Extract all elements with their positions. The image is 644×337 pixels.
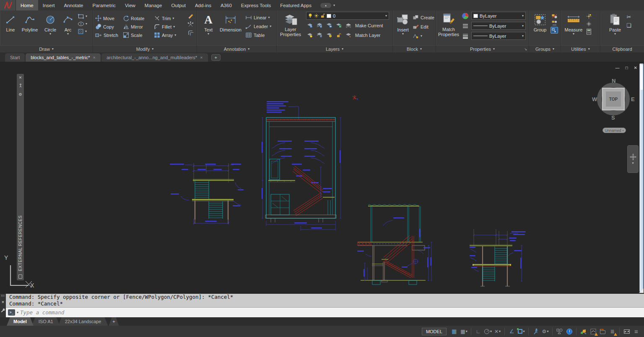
stair-section-3[interactable] bbox=[357, 204, 432, 285]
block-panel-footer[interactable]: Block ▾ bbox=[393, 45, 436, 52]
workspace-caret-icon[interactable]: ▾ bbox=[547, 330, 548, 333]
new-drawing-button[interactable]: + bbox=[211, 54, 221, 61]
tab-insert[interactable]: Insert bbox=[38, 0, 60, 10]
polyline-button[interactable]: Polyline bbox=[19, 12, 41, 45]
close-tab-icon[interactable]: ✕ bbox=[93, 56, 96, 60]
snap-caret-icon[interactable]: ▾ bbox=[466, 330, 467, 333]
building-section[interactable] bbox=[262, 101, 341, 231]
palette-pin-icon[interactable] bbox=[19, 84, 22, 89]
tab-view[interactable]: View bbox=[120, 0, 140, 10]
rotate-button[interactable]: Rotate bbox=[123, 14, 153, 22]
close-tab-icon[interactable]: ✕ bbox=[200, 56, 203, 60]
command-history[interactable]: Command: Specify opposite corner or [Fen… bbox=[6, 294, 644, 307]
dimension-button[interactable]: Dimension bbox=[218, 12, 244, 45]
tab-manage[interactable]: Manage bbox=[140, 0, 167, 10]
create-block-button[interactable]: Create bbox=[413, 13, 434, 21]
revision-mark[interactable] bbox=[353, 95, 358, 99]
offset-button[interactable] bbox=[187, 29, 194, 36]
block-attributes-button[interactable]: ▾ bbox=[413, 32, 434, 40]
drawing-canvas[interactable]: Y X — □ ✕ ✕ ⚙ EXTERNAL REFERENCES N S W … bbox=[0, 62, 644, 294]
command-input[interactable] bbox=[20, 309, 644, 316]
make-current-button[interactable]: Make Current bbox=[355, 23, 383, 28]
arc-button[interactable]: Arc ▾ bbox=[60, 12, 76, 45]
tab-home[interactable]: Home bbox=[16, 0, 38, 10]
viewcube-north[interactable]: N bbox=[612, 78, 615, 84]
dynamic-input-button[interactable] bbox=[531, 327, 540, 336]
trim-button[interactable]: Trim ▾ bbox=[154, 14, 186, 22]
viewcube-south[interactable]: S bbox=[611, 115, 615, 121]
layer-properties-button[interactable]: Layer Properties bbox=[278, 11, 303, 37]
viewcube-east[interactable]: E bbox=[631, 96, 635, 102]
autocad-logo-icon[interactable] bbox=[0, 0, 16, 10]
file-tab-start[interactable]: Start bbox=[5, 53, 25, 62]
customization-button[interactable]: ≡ bbox=[632, 327, 641, 336]
file-tab-architectural[interactable]: architectural_-_anno...ng_and_multileade… bbox=[101, 53, 208, 62]
palette-settings-icon[interactable]: ⚙ bbox=[18, 92, 22, 97]
draw-panel-footer[interactable]: Draw ▾ bbox=[0, 45, 93, 52]
view-name-pill[interactable]: Unnamed ▾ bbox=[602, 128, 626, 133]
grid-display-button[interactable]: ▦ bbox=[450, 327, 459, 336]
lineweight-dropdown[interactable]: ByLayer ▾ bbox=[471, 32, 526, 40]
scale-button[interactable]: Scale bbox=[123, 31, 153, 39]
stair-section-4[interactable] bbox=[470, 229, 526, 286]
quick-calc-icon[interactable] bbox=[586, 29, 592, 35]
external-references-palette[interactable]: ✕ ⚙ EXTERNAL REFERENCES bbox=[17, 74, 24, 280]
palette-close-icon[interactable]: ✕ bbox=[19, 76, 22, 80]
layer-lock-green-icon[interactable] bbox=[336, 23, 342, 28]
linetype-icon[interactable] bbox=[462, 23, 469, 29]
minimize-icon[interactable]: — bbox=[615, 65, 620, 70]
circle-button[interactable]: Circle ▾ bbox=[41, 12, 60, 45]
layer-select-dropdown[interactable]: 0 ▾ bbox=[306, 12, 389, 20]
layer-isolate-icon[interactable] bbox=[307, 23, 313, 28]
layer-freeze-tool-icon[interactable] bbox=[317, 32, 322, 38]
layer-off-icon[interactable] bbox=[326, 23, 332, 28]
hatch-button[interactable]: ▾ bbox=[78, 29, 87, 34]
isometric-drafting-button[interactable]: ✕▾ bbox=[493, 327, 502, 336]
command-close-icon[interactable]: ✕ bbox=[1, 300, 5, 304]
viewcube-top-face[interactable]: TOP bbox=[602, 88, 625, 110]
workspace-settings-button[interactable]: ⚙▾ bbox=[541, 327, 550, 336]
match-layer-button[interactable]: Match Layer bbox=[355, 33, 381, 38]
import-notification-button[interactable] bbox=[598, 327, 607, 336]
annotation-monitor-button[interactable] bbox=[589, 327, 597, 336]
layout-tab-model[interactable]: Model bbox=[7, 317, 34, 326]
rectangle-button[interactable]: ▾ bbox=[78, 13, 87, 19]
tab-annotate[interactable]: Annotate bbox=[59, 0, 88, 10]
copy-clip-icon[interactable]: ❏ bbox=[626, 23, 631, 28]
properties-launcher-icon[interactable]: ↘ bbox=[524, 47, 527, 51]
groups-panel-footer[interactable]: Groups ▾ bbox=[529, 45, 561, 52]
stair-section-1[interactable] bbox=[170, 163, 244, 225]
ribbon-collapse-button[interactable]: ▴ bbox=[320, 3, 331, 8]
color-wheel-icon[interactable] bbox=[462, 13, 469, 19]
model-space-button[interactable]: MODEL bbox=[422, 328, 447, 335]
layer-on-tool-icon[interactable] bbox=[307, 32, 313, 38]
insert-button[interactable]: Insert ▾ bbox=[395, 12, 411, 45]
new-layout-button[interactable]: + bbox=[109, 317, 119, 326]
command-customize-icon[interactable] bbox=[0, 308, 5, 313]
isodraft-caret-icon[interactable]: ▾ bbox=[499, 330, 501, 333]
tab-parametric[interactable]: Parametric bbox=[88, 0, 121, 10]
properties-panel-footer[interactable]: Properties ▾ ↘ bbox=[436, 45, 529, 52]
object-snap-button[interactable]: ▾ bbox=[517, 327, 526, 336]
layout-tab-iso-a1[interactable]: ISO A1 bbox=[32, 317, 60, 326]
linetype-dropdown[interactable]: ByLayer ▾ bbox=[471, 22, 526, 30]
tab-featured-apps[interactable]: Featured Apps bbox=[275, 0, 316, 10]
ribbon-collapse-options-icon[interactable]: ▾ bbox=[333, 4, 335, 7]
group-edit-icon[interactable] bbox=[551, 20, 558, 26]
annotation-scale-button[interactable] bbox=[565, 327, 574, 336]
layer-freeze-icon[interactable] bbox=[317, 23, 322, 28]
layer-settings-icon[interactable] bbox=[326, 32, 332, 38]
file-tab-blocks-and-tables[interactable]: blocks_and_tables_-_metric* ✕ bbox=[26, 53, 101, 62]
navigation-bar[interactable]: ▾ bbox=[627, 145, 639, 173]
hardware-acceleration-button[interactable] bbox=[579, 327, 588, 336]
tab-output[interactable]: Output bbox=[166, 0, 190, 10]
array-button[interactable]: Array ▾ bbox=[154, 31, 186, 39]
layout-tab-22x34-landscape[interactable]: 22x34 Landscape bbox=[58, 317, 108, 326]
fillet-button[interactable]: Fillet ▾ bbox=[154, 23, 186, 31]
close-icon[interactable]: ✕ bbox=[634, 65, 637, 70]
linear-button[interactable]: Linear ▾ bbox=[245, 13, 271, 21]
leader-button[interactable]: Leader ▾ bbox=[245, 22, 271, 30]
annotation-visibility-button[interactable] bbox=[555, 327, 564, 336]
recent-commands-caret-icon[interactable]: ▾ bbox=[17, 311, 18, 314]
edit-block-button[interactable]: Edit bbox=[413, 23, 434, 31]
